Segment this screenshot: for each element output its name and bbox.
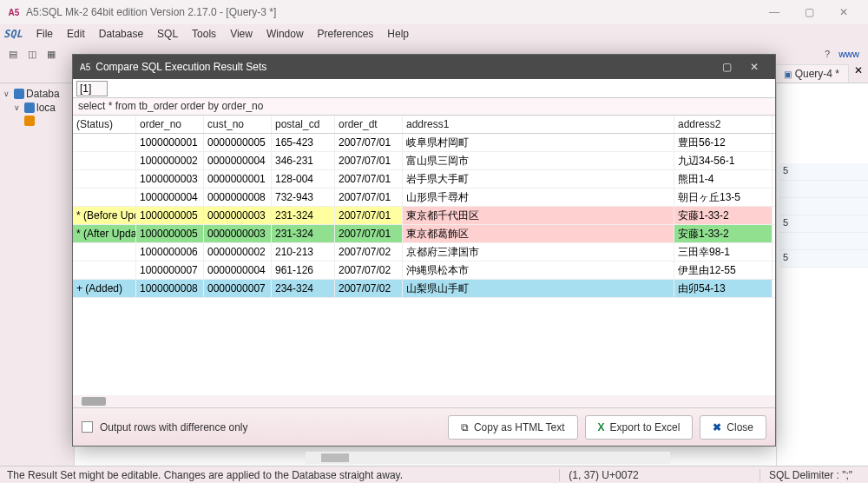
file-icon: ▣ <box>784 69 792 79</box>
status-cell: + (Added) <box>73 280 136 297</box>
tab-query-4[interactable]: ▣ Query-4 * <box>774 64 849 83</box>
col-cust-no[interactable]: cust_no <box>204 116 272 133</box>
status-cell <box>73 152 136 169</box>
excel-icon: X <box>598 421 605 433</box>
maximize-button[interactable]: ▢ <box>792 0 826 24</box>
grid-cell: 安藤1-33-2 <box>674 207 773 224</box>
col-address2[interactable]: address2 <box>674 116 773 133</box>
close-button[interactable]: ✖Close <box>700 415 766 440</box>
table-row[interactable]: 10000000030000000001128-0042007/07/01岩手県… <box>73 170 775 189</box>
grid-cell: 東京都千代田区 <box>403 207 674 224</box>
menu-file[interactable]: File <box>30 26 60 42</box>
grid-cell: 山梨県山手町 <box>403 280 674 297</box>
table-row[interactable]: * (Before Upd10000000050000000003231-324… <box>73 207 775 225</box>
menu-tools[interactable]: Tools <box>185 26 223 42</box>
grid-cell: 346-231 <box>272 152 335 169</box>
table-row[interactable]: + (Added)10000000080000000007234-3242007… <box>73 280 775 298</box>
chevron-down-icon[interactable]: ∨ <box>3 89 12 98</box>
sidebar-tree[interactable]: ∨Databa ∨loca <box>0 83 75 478</box>
status-cell: * (Before Upd <box>73 207 136 224</box>
menu-edit[interactable]: Edit <box>60 26 92 42</box>
grid-cell: 0000000002 <box>204 243 272 261</box>
dialog-title: Compare SQL Execution Result Sets <box>95 61 266 73</box>
grid-cell: 0000000001 <box>204 170 272 188</box>
bg-cell: 5 <box>779 250 868 268</box>
grid-cell: 豊田56-12 <box>674 134 773 151</box>
database-icon <box>24 103 35 113</box>
menu-window[interactable]: Window <box>260 26 311 42</box>
dialog-maximize-button[interactable]: ▢ <box>713 56 740 77</box>
copy-html-button[interactable]: ⧉Copy as HTML Text <box>448 415 578 440</box>
col-address1[interactable]: address1 <box>403 116 674 133</box>
tab-label: Query-4 * <box>795 68 839 80</box>
grid-cell: 165-423 <box>272 134 335 151</box>
scrollbar-thumb[interactable] <box>82 397 106 406</box>
grid-cell: 岩手県大手町 <box>403 170 674 188</box>
scrollbar-thumb[interactable] <box>321 453 349 462</box>
status-cell <box>73 261 136 279</box>
app-logo-icon: A5 <box>80 63 90 72</box>
menu-sql[interactable]: SQL <box>150 26 185 42</box>
copy-html-label: Copy as HTML Text <box>474 421 565 433</box>
table-row[interactable]: * (After Updat10000000050000000003231-32… <box>73 225 775 243</box>
grid-cell: 732-943 <box>272 189 335 206</box>
chevron-down-icon[interactable]: ∨ <box>14 103 23 112</box>
query-icon[interactable]: ▦ <box>43 46 59 62</box>
table-row[interactable]: 10000000040000000008732-9432007/07/01山形県… <box>73 189 775 207</box>
content-hscrollbar[interactable] <box>306 452 670 464</box>
dialog-titlebar[interactable]: A5 Compare SQL Execution Result Sets ▢ ✕ <box>73 55 775 79</box>
grid-cell: 231-324 <box>272 225 335 242</box>
grid-cell: 0000000004 <box>204 261 272 279</box>
database-icon <box>14 89 24 99</box>
www-link[interactable]: www <box>838 49 859 59</box>
dialog-input-row <box>73 79 775 98</box>
new-file-icon[interactable]: ▤ <box>5 46 21 62</box>
grid-cell: 0000000003 <box>204 207 272 224</box>
grid-cell: 東京都葛飾区 <box>403 225 674 242</box>
col-order-dt[interactable]: order_dt <box>335 116 403 133</box>
tree-root-label: Databa <box>26 88 60 100</box>
close-window-button[interactable]: ✕ <box>826 0 861 24</box>
database-icon[interactable]: ◫ <box>24 46 40 62</box>
col-status[interactable]: (Status) <box>73 116 136 133</box>
grid-cell: 1000000003 <box>136 170 204 188</box>
index-input[interactable] <box>76 81 108 96</box>
grid-hscrollbar[interactable] <box>73 395 775 407</box>
col-postal-cd[interactable]: postal_cd <box>272 116 335 133</box>
dialog-footer: Output rows with difference only ⧉Copy a… <box>73 407 775 446</box>
menu-preferences[interactable]: Preferences <box>311 26 381 42</box>
minimize-button[interactable]: — <box>757 0 792 24</box>
help-icon[interactable]: ? <box>819 46 835 62</box>
table-row[interactable]: 10000000060000000002210-2132007/07/02京都府… <box>73 243 775 261</box>
dialog-close-button[interactable]: ✕ <box>740 56 768 77</box>
diff-only-checkbox[interactable] <box>82 421 93 433</box>
menu-database[interactable]: Database <box>92 26 150 42</box>
status-cursor: (1, 37) U+0072 <box>559 469 647 481</box>
grid-cell: 1000000008 <box>136 280 204 297</box>
status-cell <box>73 243 136 261</box>
grid-cell: 0000000007 <box>204 280 272 297</box>
result-grid[interactable]: (Status) order_no cust_no postal_cd orde… <box>73 116 775 407</box>
menu-help[interactable]: Help <box>380 26 416 42</box>
grid-cell: 沖縄県松本市 <box>403 261 674 279</box>
table-row[interactable]: 10000000010000000005165-4232007/07/01岐阜県… <box>73 134 775 152</box>
grid-cell: 熊田1-4 <box>674 170 773 188</box>
grid-cell: 2007/07/01 <box>335 207 403 224</box>
export-excel-button[interactable]: XExport to Excel <box>585 415 694 440</box>
grid-cell: 210-213 <box>272 243 335 261</box>
table-row[interactable]: 10000000070000000004961-1262007/07/02沖縄県… <box>73 261 775 280</box>
grid-cell: 2007/07/01 <box>335 189 403 206</box>
grid-cell: 1000000006 <box>136 243 204 261</box>
menu-view[interactable]: View <box>223 26 260 42</box>
grid-cell: 京都府三津国市 <box>403 243 674 261</box>
grid-cell: 128-004 <box>272 170 335 188</box>
tab-close-icon[interactable]: ✕ <box>854 64 863 83</box>
bg-cell <box>779 198 868 215</box>
sql-text: select * from tb_order order by order_no <box>73 98 775 116</box>
status-cell <box>73 134 136 151</box>
status-message: The Result Set might be editable. Change… <box>7 469 403 481</box>
grid-header: (Status) order_no cust_no postal_cd orde… <box>73 116 775 134</box>
copy-icon: ⧉ <box>461 421 469 433</box>
col-order-no[interactable]: order_no <box>136 116 204 133</box>
table-row[interactable]: 10000000020000000004346-2312007/07/01富山県… <box>73 152 775 170</box>
